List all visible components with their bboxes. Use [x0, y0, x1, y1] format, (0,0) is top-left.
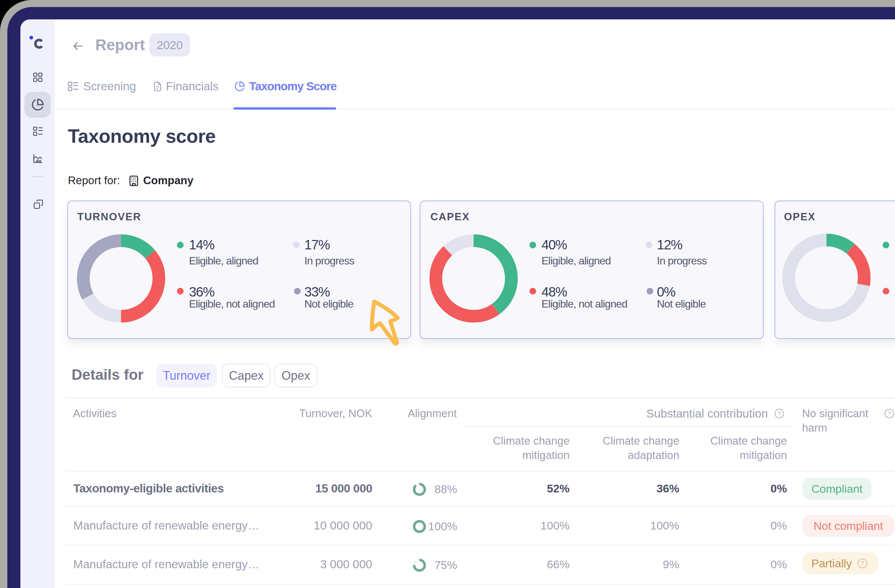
- svg-text:?: ?: [778, 411, 781, 417]
- svg-text:?: ?: [887, 411, 890, 417]
- svg-text:?: ?: [860, 560, 864, 567]
